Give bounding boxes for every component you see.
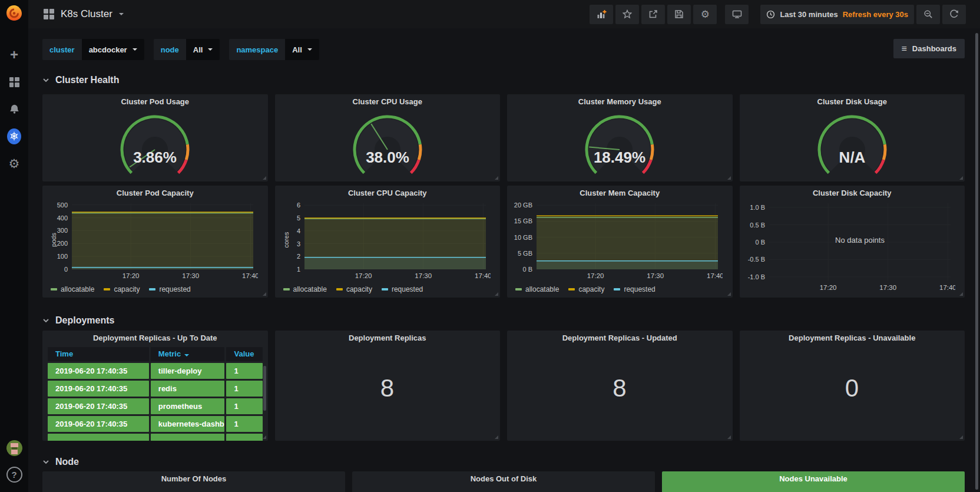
zoom-out-button[interactable]	[916, 5, 940, 24]
svg-text:5 GB: 5 GB	[518, 250, 532, 257]
table-cell: 1	[226, 381, 262, 397]
save-icon	[674, 9, 684, 19]
page-scrollbar	[975, 33, 978, 490]
panel-title[interactable]: Nodes Out of Disk	[352, 471, 655, 486]
create-plus-icon[interactable]: +	[7, 48, 21, 62]
panel-title[interactable]: Deployment Replicas - Unavailable	[740, 331, 965, 345]
variable-cluster-value[interactable]: abcdocker	[82, 39, 144, 60]
section-deployments[interactable]: Deployments	[42, 315, 114, 326]
svg-text:17:40: 17:40	[707, 272, 723, 279]
panel-title[interactable]: Cluster Disk Capacity	[740, 186, 965, 200]
table-cell: 1	[226, 416, 262, 432]
table-row: 2019-06-20 17:40:35redis1	[48, 381, 263, 397]
svg-text:1.0 B: 1.0 B	[750, 204, 765, 211]
panel-cluster-disk-usage: Cluster Disk Usage N/A	[740, 94, 965, 181]
panel-title[interactable]: Cluster Mem Capacity	[507, 186, 733, 200]
deployments-table: TimeMetricValue2019-06-20 17:40:35tiller…	[48, 347, 263, 441]
legend-item[interactable]: requested	[149, 285, 190, 293]
cycle-view-button[interactable]	[725, 5, 749, 24]
variable-namespace-value[interactable]: All	[285, 39, 319, 60]
help-icon[interactable]: ?	[6, 467, 22, 483]
svg-text:100: 100	[57, 253, 68, 260]
panel-nodes-out-of-disk: Nodes Out of Disk	[352, 471, 655, 492]
svg-text:10 GB: 10 GB	[514, 234, 532, 241]
table-cell: 2019-06-20 17:40:35	[48, 398, 149, 414]
table-cell	[226, 434, 262, 441]
panel-title[interactable]: Cluster Pod Capacity	[42, 186, 268, 200]
section-node[interactable]: Node	[42, 457, 79, 467]
dashboards-button[interactable]: ≡ Dashboards	[893, 39, 965, 58]
dashboard-title[interactable]: K8s Cluster	[61, 8, 112, 20]
legend-item[interactable]: capacity	[568, 285, 604, 293]
legend-item[interactable]: requested	[614, 285, 655, 293]
table-row: 2019-06-20 17:40:35prometheus1	[48, 398, 263, 414]
svg-text:17:40: 17:40	[242, 272, 258, 279]
legend-item[interactable]: allocatable	[283, 285, 327, 293]
panel-title[interactable]: Cluster Pod Usage	[42, 94, 268, 108]
legend-item[interactable]: allocatable	[515, 285, 559, 293]
svg-text:0: 0	[64, 266, 68, 273]
y-axis-label: pods	[50, 228, 57, 252]
time-range-label: Last 30 minutes	[780, 10, 837, 19]
user-avatar[interactable]	[6, 440, 22, 456]
section-cluster-health[interactable]: Cluster Health	[42, 75, 119, 85]
table-cell: 2019-06-20 17:40:35	[48, 416, 149, 432]
svg-text:3: 3	[296, 240, 300, 247]
dashboard-grid-icon[interactable]	[44, 9, 54, 19]
y-axis-label: cores	[283, 228, 290, 252]
svg-text:17:30: 17:30	[182, 272, 199, 279]
panel-title[interactable]: Cluster Disk Usage	[740, 94, 965, 108]
refresh-icon	[949, 9, 959, 19]
panel-title[interactable]: Deployment Replicas	[275, 331, 501, 345]
panel-title[interactable]: Deployment Replicas - Up To Date	[42, 331, 268, 345]
gear-icon: ⚙	[701, 9, 710, 19]
legend-item[interactable]: capacity	[336, 285, 372, 293]
column-header-time[interactable]: Time	[48, 347, 149, 361]
title-caret-icon[interactable]	[119, 13, 124, 15]
panel-number-of-nodes: Number Of Nodes	[42, 471, 345, 492]
time-range-picker[interactable]: Last 30 minutes Refresh every 30s	[760, 5, 914, 24]
panel-title[interactable]: Number Of Nodes	[42, 471, 345, 486]
monitor-icon	[732, 9, 742, 19]
variable-namespace-label: namespace	[229, 39, 285, 60]
svg-text:300: 300	[57, 227, 68, 234]
legend-item[interactable]: allocatable	[51, 285, 94, 293]
table-header-row: TimeMetricValue	[48, 347, 263, 361]
dashboard-settings-button[interactable]: ⚙	[693, 5, 717, 24]
panel-deployment-replicas: Deployment Replicas 8	[275, 331, 501, 441]
panel-cluster-cpu-usage: Cluster CPU Usage 38.0%	[275, 94, 501, 181]
svg-text:17:30: 17:30	[647, 272, 664, 279]
dashboards-grid-icon[interactable]	[7, 75, 21, 89]
column-header-metric[interactable]: Metric	[151, 347, 225, 361]
chart-legend: allocatablecapacityrequested	[42, 283, 268, 295]
save-button[interactable]	[667, 5, 691, 24]
svg-text:17:20: 17:20	[587, 272, 604, 279]
panel-title[interactable]: Nodes Unavailable	[662, 471, 965, 486]
page-scrollbar-thumb[interactable]	[975, 33, 978, 490]
variables-row: cluster abcdocker node All namespace All…	[42, 39, 965, 60]
refresh-button[interactable]	[942, 5, 966, 24]
add-panel-button[interactable]	[590, 5, 613, 24]
panel-title[interactable]: Cluster CPU Capacity	[275, 186, 501, 200]
panel-cluster-pod-capacity: Cluster Pod Capacity pods 01002003004005…	[42, 186, 268, 298]
grafana-logo-icon[interactable]	[5, 4, 24, 23]
configuration-gear-icon[interactable]: ⚙	[7, 156, 21, 170]
star-button[interactable]	[615, 5, 639, 24]
panel-title[interactable]: Cluster Memory Usage	[507, 94, 733, 108]
stat-value: 0	[740, 374, 965, 402]
alerting-bell-icon[interactable]	[7, 102, 21, 116]
variable-node-value[interactable]: All	[186, 39, 220, 60]
panel-title[interactable]: Cluster CPU Usage	[275, 94, 501, 108]
variable-namespace: namespace All	[229, 39, 319, 60]
gauge-row: Cluster Pod Usage 3.86% Cluster CPU Usag…	[42, 94, 965, 181]
legend-item[interactable]: requested	[382, 285, 423, 293]
star-icon	[623, 9, 632, 19]
share-button[interactable]	[641, 5, 665, 24]
panel-title[interactable]: Deployment Replicas - Updated	[507, 331, 733, 345]
table-scrollbar[interactable]	[263, 366, 266, 411]
column-header-value[interactable]: Value	[226, 347, 262, 361]
legend-item[interactable]: capacity	[104, 285, 140, 293]
kubernetes-plugin-icon[interactable]	[7, 129, 21, 143]
table-cell	[151, 434, 225, 441]
table-row: 2019-06-20 17:40:35tiller-deploy1	[48, 363, 263, 379]
